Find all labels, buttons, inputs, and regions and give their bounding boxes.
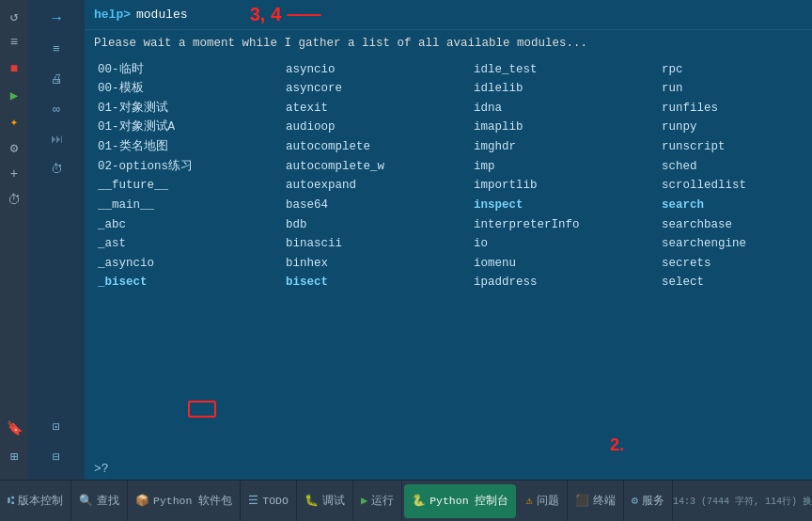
skip-icon[interactable]: ⏭ [39,126,73,152]
bisect-module-item-col1: _bisect [94,273,282,292]
module-item: _ast [94,234,282,254]
module-item: idle_test [470,60,658,80]
collapse-icon[interactable]: ⊟ [39,444,73,470]
debug-icon: 🐛 [304,494,319,508]
refresh-icon[interactable]: ↺ [2,4,26,28]
version-control-icon: ⑆ [8,495,14,508]
module-item: asyncio [282,60,470,80]
module-item: imaplib [470,118,658,137]
module-item: __future__ [94,176,282,196]
module-item: scrolledlist [658,176,812,196]
module-item: interpreterInfo [470,215,658,235]
module-item: _abc [94,215,282,235]
terminal-prompt: help> [94,8,131,22]
bookmark-icon[interactable]: 🔖 [2,416,26,440]
terminal-toolbar-item[interactable]: ⬛ 终端 [568,481,624,522]
input-line[interactable]: >? [85,458,812,480]
search-toolbar-icon: 🔍 [79,494,93,508]
module-item: 00-模板 [94,79,282,99]
loop-icon[interactable]: ∞ [39,96,73,122]
module-grid: 00-临时 asyncio idle_test rpc 00-模板 asynco… [94,60,803,293]
run-toolbar-label: 运行 [371,494,394,508]
stop-icon[interactable]: ■ [2,56,26,81]
bug-icon[interactable]: ✦ [2,109,26,134]
service-icon: ⚙ [632,494,638,508]
python-console-label: Python 控制台 [429,494,508,508]
issues-toolbar-item[interactable]: ⚠ 问题 [518,481,567,522]
module-item: idlelib [470,79,658,99]
line-col-status: 14:3 (7444 字符, 114行) 换行: LF [673,497,812,507]
search-module-item: search [658,196,812,215]
terminal-body[interactable]: Please wait a moment while I gather a li… [85,30,812,458]
debug-label: 调试 [322,494,345,508]
module-item: io [470,234,658,254]
settings-icon[interactable]: ⚙ [2,135,26,160]
module-item: autocomplete [282,137,470,157]
module-item: asyncore [282,79,470,99]
service-label: 服务 [642,494,664,508]
annotation-4: 4 [271,4,281,25]
list-icon[interactable]: ≡ [2,30,26,55]
annotation-arrow: —— [287,5,320,24]
terminal-command: modules [136,8,188,22]
print-icon[interactable]: 🖨 [39,66,73,92]
packages-toolbar-item[interactable]: 📦 Python 软件包 [128,481,241,522]
play-icon[interactable]: ▶ [2,83,26,107]
issues-icon: ⚠ [525,494,532,508]
add-icon[interactable]: + [2,162,26,186]
module-item: iomenu [470,254,658,274]
module-item: 00-临时 [94,60,282,80]
module-item: _asyncio [94,254,282,274]
terminal-icon: ⬛ [575,494,589,508]
python-console-icon: 🐍 [412,494,426,508]
module-item: bdb [282,215,470,235]
module-item: 02-options练习 [94,157,282,177]
run-toolbar-icon: ▶ [361,494,367,508]
bottom-second-section: ⊡ ⊟ [28,404,85,480]
bottom-toolbar: ⑆ 版本控制 🔍 查找 📦 Python 软件包 ☰ TODO 🐛 调试 ▶ 运… [0,480,812,521]
todo-icon: ☰ [248,494,258,508]
module-item: ipaddress [470,273,658,292]
packages-label: Python 软件包 [153,494,232,508]
module-item: idna [470,99,658,118]
tag-icon[interactable]: ⊞ [2,444,26,468]
run-icon[interactable]: → [39,6,73,32]
module-item: run [658,79,812,99]
todo-toolbar-item[interactable]: ☰ TODO [241,481,297,522]
module-item: autoexpand [282,176,470,196]
version-control-toolbar-item[interactable]: ⑆ 版本控制 [0,481,71,522]
service-toolbar-item[interactable]: ⚙ 服务 [624,481,673,522]
module-item: binascii [282,234,470,254]
module-item: atexit [282,99,470,118]
inspect-module-item: inspect [470,196,658,215]
module-item: imghdr [470,137,658,157]
timer-icon[interactable]: ⏱ [2,188,26,213]
status-bar: 14:3 (7444 字符, 114行) 换行: LF [673,495,812,508]
python-console-toolbar-item[interactable]: 🐍 Python 控制台 [404,484,516,518]
debug-toolbar-item[interactable]: 🐛 调试 [297,481,353,522]
search-toolbar-item[interactable]: 🔍 查找 [71,481,128,522]
module-item: __main__ [94,196,282,215]
module-item: runfiles [658,99,812,118]
module-item: imp [470,157,658,177]
module-item: binhex [282,254,470,274]
module-item: 01-对象测试A [94,118,282,137]
input-prompt: >? [94,462,109,476]
issues-label: 问题 [537,494,559,508]
module-item: audioop [282,118,470,137]
module-item: searchengine [658,234,812,254]
run-toolbar-item[interactable]: ▶ 运行 [353,481,402,522]
packages-icon: 📦 [135,494,149,508]
expand-icon[interactable]: ⊡ [39,414,73,440]
terminal-header: help> modules 3, 4 —— [85,0,812,30]
bottom-left-section: 🔖 ⊞ [0,404,28,480]
clock-icon[interactable]: ⏱ [39,156,73,182]
module-item: autocomplete_w [282,157,470,177]
menu-icon[interactable]: ≡ [39,36,73,62]
module-item: base64 [282,196,470,215]
module-item: importlib [470,176,658,196]
annotation-3: 3, [250,4,266,25]
module-item: 01-类名地图 [94,137,282,157]
module-item: runpy [658,118,812,137]
module-item: rpc [658,60,812,80]
